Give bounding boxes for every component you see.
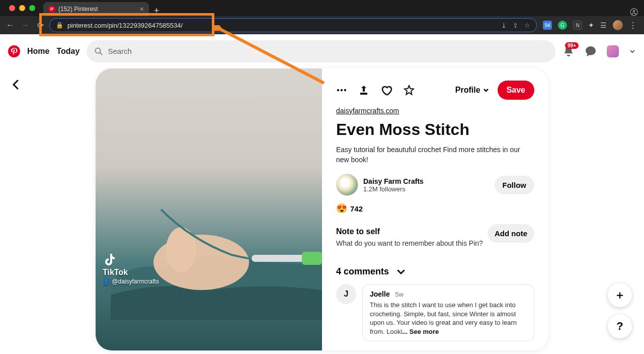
messages-button[interactable] <box>585 45 597 57</box>
comment-text: This is the stitch I want to use when I … <box>370 301 527 336</box>
svg-line-5 <box>100 52 103 55</box>
add-note-button[interactable]: Add note <box>488 224 534 243</box>
chat-icon <box>585 45 597 57</box>
commenter-name[interactable]: Joelle <box>370 290 390 298</box>
follow-button[interactable]: Follow <box>495 176 535 194</box>
user-avatar[interactable] <box>607 45 619 57</box>
back-arrow-button[interactable] <box>10 79 22 91</box>
url-text: pinterest.com/pin/13229392647585534/ <box>67 22 183 29</box>
pin-card: TikTok 👤 @daisyfarmcrafts Profile Save d… <box>96 68 548 350</box>
tiktok-logo-icon <box>103 253 159 267</box>
close-tab-icon[interactable]: × <box>140 5 144 13</box>
more-options-icon[interactable] <box>336 85 347 96</box>
tiktok-label: TikTok <box>103 268 159 277</box>
heart-icon[interactable] <box>380 84 392 96</box>
create-fab[interactable]: ＋ <box>608 283 632 307</box>
browser-tab[interactable]: P (152) Pinterest × <box>43 2 149 16</box>
save-button[interactable]: Save <box>498 81 534 100</box>
forward-button[interactable]: → <box>19 21 31 30</box>
note-heading: Note to self <box>336 227 483 236</box>
account-indicator-icon[interactable] <box>624 8 644 16</box>
extensions-icon[interactable]: ✦ <box>588 21 594 29</box>
nav-home[interactable]: Home <box>27 47 49 56</box>
comment-time: 5w <box>395 291 404 298</box>
svg-point-1 <box>633 10 635 12</box>
close-window-icon[interactable] <box>9 5 15 11</box>
back-button[interactable]: ← <box>4 21 16 30</box>
window-controls[interactable] <box>5 0 39 16</box>
share-icon[interactable] <box>358 85 369 96</box>
new-tab-button[interactable]: + <box>149 6 165 16</box>
pinterest-logo-icon[interactable] <box>8 45 20 57</box>
reactions[interactable]: 😍 742 <box>336 203 534 214</box>
pin-title: Even Moss Stitch <box>336 120 534 139</box>
share-page-icon[interactable]: ⇪ <box>513 22 518 29</box>
reading-list-icon[interactable]: ☰ <box>600 21 607 29</box>
svg-rect-9 <box>302 252 322 265</box>
reload-button[interactable]: ⟳ <box>34 21 46 30</box>
reaction-count: 742 <box>350 204 363 213</box>
bookmark-star-icon[interactable]: ☆ <box>524 22 530 29</box>
source-link[interactable]: daisyfarmcrafts.com <box>336 107 399 115</box>
author-name[interactable]: Daisy Farm Crafts <box>363 177 424 185</box>
author-followers: 1.2M followers <box>363 185 424 193</box>
notion-icon[interactable]: N <box>573 21 582 30</box>
chevron-down-icon <box>482 87 490 94</box>
nav-today[interactable]: Today <box>56 47 79 56</box>
maximize-window-icon[interactable] <box>29 5 35 11</box>
comments-toggle-icon[interactable] <box>396 267 406 277</box>
download-icon[interactable]: ⤓ <box>501 22 507 29</box>
tab-title: (152) Pinterest <box>58 6 98 13</box>
see-more-link[interactable]: ... See more <box>402 328 439 335</box>
note-prompt: What do you want to remember about this … <box>336 239 483 247</box>
comments-count: 4 comments <box>336 266 389 277</box>
tiktok-handle: 👤 @daisyfarmcrafts <box>103 278 159 285</box>
address-bar[interactable]: 🔒 pinterest.com/pin/13229392647585534/ ⤓… <box>49 18 537 32</box>
author-avatar[interactable] <box>336 174 358 196</box>
svg-point-11 <box>341 89 343 91</box>
grammarly-icon[interactable]: G <box>558 21 567 30</box>
pinterest-favicon-icon: P <box>48 6 55 13</box>
browser-menu-icon[interactable]: ⋮ <box>629 21 637 30</box>
pin-description: Easy tutorial for beautuful crochet Find… <box>336 145 534 165</box>
notifications-button[interactable]: 99+ <box>562 45 575 57</box>
account-chevron-icon[interactable] <box>629 48 636 55</box>
search-icon <box>95 47 103 55</box>
lock-icon: 🔒 <box>56 22 63 29</box>
notification-badge: 99+ <box>565 42 579 49</box>
comment-item: J Joelle 5w This is the stitch I want to… <box>336 284 534 341</box>
help-fab[interactable]: ? <box>608 314 632 338</box>
search-input[interactable]: Search <box>87 40 555 62</box>
heart-react-icon: 😍 <box>336 203 347 214</box>
pinterest-header: Home Today Search 99+ <box>0 34 644 68</box>
svg-point-12 <box>344 89 346 91</box>
commenter-avatar[interactable]: J <box>336 284 356 304</box>
browser-profile-avatar[interactable] <box>613 20 623 30</box>
search-placeholder: Search <box>108 47 132 55</box>
board-selector[interactable]: Profile <box>455 86 490 95</box>
extension-icon[interactable]: 94 <box>543 21 552 30</box>
svg-point-10 <box>337 89 339 91</box>
pin-media[interactable]: TikTok 👤 @daisyfarmcrafts <box>96 68 322 350</box>
star-icon[interactable] <box>404 85 415 96</box>
svg-point-4 <box>96 48 101 53</box>
minimize-window-icon[interactable] <box>19 5 25 11</box>
